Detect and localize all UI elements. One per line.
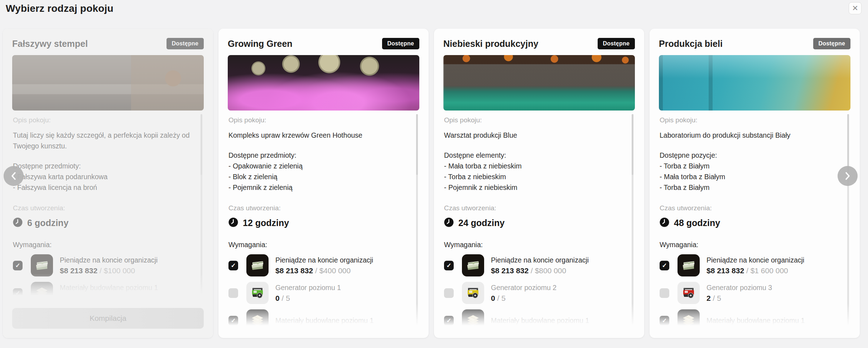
requirements-label: Wymagania:: [228, 241, 409, 249]
item-line: - Torba z Białym: [660, 161, 840, 171]
generator-icon: [250, 285, 265, 301]
items-list: - Fałszywa karta podarunkowa- Fałszywa l…: [13, 171, 193, 193]
close-icon[interactable]: ✕: [849, 2, 862, 14]
room-card-scroll-area[interactable]: Opis pokoju: Kompleks upraw krzewów Gree…: [228, 111, 419, 329]
requirement-row: ✓: [660, 254, 840, 276]
requirement-checkbox[interactable]: ✓: [444, 316, 454, 325]
room-card-title: Produkcja bieli: [659, 39, 723, 49]
requirement-need-value: $1 600 000: [751, 266, 788, 275]
requirement-name: Materiały budowlane poziomu 1: [60, 284, 158, 292]
scrollbar[interactable]: [416, 114, 418, 329]
room-card[interactable]: Fałszywy stempel Dostępne Opis pokoju: T…: [3, 29, 213, 338]
requirement-checkbox[interactable]: ✓: [228, 261, 238, 270]
creation-time-label: Czas utworzenia:: [13, 204, 193, 213]
requirement-row: ✓: [444, 254, 624, 276]
items-list: - Torba z Białym- Mała torba z Białym- T…: [660, 161, 840, 193]
requirement-item-tile: [31, 254, 53, 276]
building-materials-icon: [680, 312, 697, 329]
status-badge: Dostępne: [382, 38, 420, 49]
requirement-checkbox[interactable]: ✓: [228, 316, 238, 325]
requirement-checkbox[interactable]: ✓: [660, 316, 669, 325]
item-line: - Pojemnik z niebieskim: [444, 182, 624, 193]
clock-icon: [444, 217, 454, 229]
description-label: Opis pokoju:: [228, 116, 409, 125]
requirement-item-tile: [677, 309, 700, 329]
requirement-item-tile: [31, 282, 53, 299]
requirement-have-value: 36: [60, 294, 68, 300]
money-stack-icon: [34, 258, 50, 273]
build-button[interactable]: Kompilacja: [12, 308, 204, 329]
check-icon: ✓: [446, 317, 451, 324]
requirement-have-value: 0: [275, 294, 280, 302]
room-card-title: Fałszywy stempel: [12, 39, 88, 49]
requirement-name: Generator poziomu 2: [491, 284, 556, 292]
req-values: 0 / 5: [491, 294, 556, 303]
requirement-row: ✓: [660, 309, 840, 329]
requirement-row: ✓: [228, 282, 409, 304]
requirement-have-value: $8 213 832: [60, 266, 97, 275]
items-list: - Mała torba z niebieskim- Torba z niebi…: [444, 161, 624, 193]
creation-time-label: Czas utworzenia:: [444, 204, 624, 213]
creation-time-value: 12 godziny: [243, 218, 289, 228]
status-badge: Dostępne: [167, 38, 204, 49]
chevron-right-icon[interactable]: [838, 166, 858, 186]
requirement-item-tile: [462, 309, 484, 329]
requirement-checkbox[interactable]: ✓: [444, 261, 454, 270]
requirement-checkbox[interactable]: ✓: [228, 288, 238, 298]
item-line: - Opakowanie z zielenią: [228, 161, 409, 171]
available-items-label: Dostępne pozycje:: [660, 150, 840, 161]
requirement-name: Pieniądze na koncie organizacji: [60, 256, 158, 264]
requirement-row: ✓: [444, 282, 624, 304]
room-card-scroll-area[interactable]: Opis pokoju: Tutaj liczy się każdy szcze…: [12, 111, 204, 299]
requirement-name: Materiały budowlane poziomu 1: [491, 317, 589, 325]
requirements-list: ✓: [444, 254, 624, 329]
requirement-item-tile: [462, 254, 484, 276]
room-card-scroll-area[interactable]: Opis pokoju: Warsztat produkcji Blue Dos…: [443, 111, 635, 329]
requirement-name: Pieniądze na koncie organizacji: [491, 256, 589, 264]
requirement-checkbox[interactable]: ✓: [13, 288, 23, 298]
room-card-title: Growing Green: [228, 39, 293, 49]
item-line: - Torba z Białym: [660, 182, 840, 193]
check-icon: ✓: [15, 289, 20, 297]
room-card-scroll-area[interactable]: Opis pokoju: Laboratorium do produkcji s…: [659, 111, 850, 329]
requirement-name: Materiały budowlane poziomu 1: [275, 317, 373, 325]
status-badge: Dostępne: [598, 38, 635, 49]
requirement-need-value: $400 000: [319, 266, 351, 275]
room-description: Kompleks upraw krzewów Green Hothouse: [228, 130, 409, 141]
room-preview-image: [228, 55, 419, 111]
room-preview-image: [12, 55, 204, 111]
room-card[interactable]: Produkcja bieli Dostępne Opis pokoju: La…: [650, 29, 860, 338]
req-values: 2 / 5: [707, 294, 772, 303]
requirement-checkbox[interactable]: ✓: [13, 261, 23, 270]
requirement-need-value: 5: [501, 294, 506, 302]
scrollbar[interactable]: [847, 114, 849, 329]
requirement-have-value: $8 213 832: [707, 266, 744, 275]
scrollbar[interactable]: [632, 114, 633, 329]
room-card-title: Niebieski produkcyjny: [443, 39, 538, 49]
creation-time-label: Czas utworzenia:: [228, 204, 409, 213]
requirement-checkbox[interactable]: ✓: [444, 288, 454, 298]
money-stack-icon: [465, 258, 481, 273]
item-line: - Mała torba z niebieskim: [444, 161, 624, 171]
page-title: Wybierz rodzaj pokoju: [6, 3, 114, 14]
room-card[interactable]: Niebieski produkcyjny Dostępne Opis poko…: [434, 29, 644, 338]
clock-icon: [228, 217, 238, 229]
room-description: Warsztat produkcji Blue: [444, 130, 624, 141]
check-icon: ✓: [446, 262, 451, 269]
item-line: - Torba z niebieskim: [444, 171, 624, 182]
check-icon: ✓: [662, 317, 667, 324]
requirements-list: ✓: [228, 254, 409, 329]
requirement-checkbox[interactable]: ✓: [660, 261, 669, 270]
generator-icon: [681, 285, 696, 301]
room-card[interactable]: Growing Green Dostępne Opis pokoju: Komp…: [218, 29, 429, 338]
chevron-left-icon[interactable]: [4, 166, 24, 186]
scrollbar[interactable]: [201, 114, 202, 299]
room-preview-image: [659, 55, 850, 111]
requirement-need-value: 5: [286, 294, 290, 302]
check-icon: ✓: [662, 262, 667, 269]
creation-time-value: 6 godziny: [27, 218, 68, 228]
requirement-checkbox[interactable]: ✓: [660, 288, 669, 298]
requirement-have-value: 2: [707, 294, 711, 302]
requirement-row: ✓: [444, 309, 624, 329]
check-icon: ✓: [15, 262, 20, 269]
